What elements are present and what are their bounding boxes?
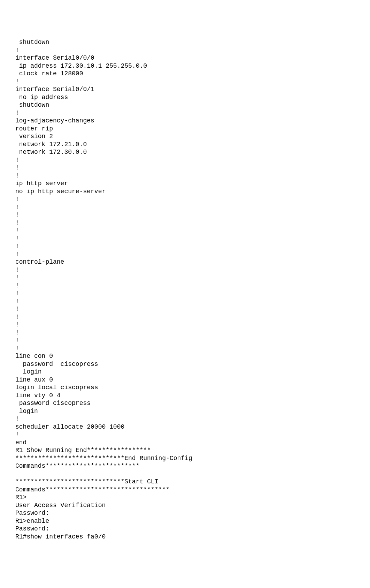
config-output: shutdown ! interface Serial0/0/0 ip addr… <box>0 0 370 541</box>
